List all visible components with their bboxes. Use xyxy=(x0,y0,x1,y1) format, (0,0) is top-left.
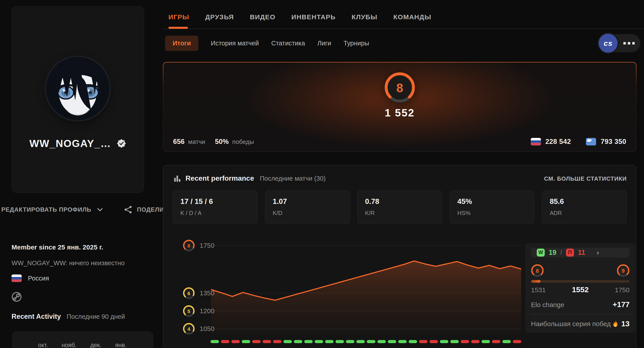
win-tick xyxy=(304,340,313,343)
svg-text:5: 5 xyxy=(188,308,190,314)
performance-header: Recent performance Последние матчи (30) … xyxy=(163,165,636,182)
russia-flag-icon xyxy=(12,275,22,282)
win-tick xyxy=(367,340,375,343)
calendar-month-labels: окт.нояб.дек.янв. xyxy=(38,342,126,348)
main-nav: ИГРЫДРУЗЬЯВИДЕОИНВЕНТАРЬКЛУБЫКОМАНДЫ xyxy=(163,0,644,29)
current-elo: 1552 xyxy=(546,285,615,294)
elo-progress-bar xyxy=(531,280,630,283)
nav-tab[interactable]: КЛУБЫ xyxy=(352,13,378,22)
wins-badge: W xyxy=(537,249,545,257)
chevron-right-icon[interactable]: › xyxy=(597,249,599,256)
level-5-icon: 5 xyxy=(183,305,195,317)
month-label: янв. xyxy=(115,342,126,348)
cs2-game-icon[interactable]: cs xyxy=(598,34,618,53)
sub-nav-tab[interactable]: Лиги xyxy=(317,40,331,47)
sub-nav-tabs: ИтогиИстория матчейСтатистикаЛигиТурниры xyxy=(165,36,369,51)
username: WW_NOGAY_… xyxy=(30,137,111,149)
win-tick xyxy=(482,340,490,343)
sub-nav-tab[interactable]: Турниры xyxy=(344,40,369,47)
svg-text:6: 6 xyxy=(188,291,190,296)
loss-tick xyxy=(461,340,469,343)
chart-y-tick: 81750 xyxy=(183,240,214,252)
wins-count: 19 xyxy=(549,249,556,257)
elo-line-chart xyxy=(211,240,521,335)
stat-cards-row: 17 / 15 / 6K / D / A1.07K/D0.78K/R45%HS%… xyxy=(173,190,627,224)
win-tick xyxy=(356,340,365,343)
month-label: нояб. xyxy=(62,342,77,348)
game-selector-pill: cs xyxy=(598,34,640,52)
loss-tick xyxy=(231,340,240,343)
recent-performance-card: Recent performance Последние матчи (30) … xyxy=(163,165,636,348)
games-sub-nav: ИтогиИстория матчейСтатистикаЛигиТурниры… xyxy=(163,33,640,53)
loss-tick xyxy=(430,340,438,343)
svg-text:8: 8 xyxy=(188,243,190,248)
win-tick xyxy=(502,340,511,343)
stat-card: 0.78K/R xyxy=(357,190,442,224)
sub-nav-right: cs xyxy=(598,34,640,52)
chevron-down-icon[interactable] xyxy=(97,208,103,211)
avatar[interactable] xyxy=(46,57,110,120)
elo-change-value: +177 xyxy=(612,300,630,309)
win-tick xyxy=(336,340,344,343)
more-options-button[interactable] xyxy=(624,42,635,44)
chart-y-tick: 41050 xyxy=(183,323,214,335)
avatar-image xyxy=(46,57,110,120)
win-tick xyxy=(346,340,354,343)
month-label: окт. xyxy=(38,342,48,348)
win-tick xyxy=(450,340,459,343)
rankings: 228 542 793 350 xyxy=(531,138,626,146)
activity-calendar-card: окт.нояб.дек.янв. xyxy=(12,331,153,348)
stat-card: 45%HS% xyxy=(450,190,534,224)
nav-tab[interactable]: ИНВЕНТАРЬ xyxy=(292,13,336,22)
win-tick xyxy=(210,340,219,343)
russia-flag-icon xyxy=(531,138,541,145)
losses-badge: П xyxy=(566,249,574,257)
edit-profile-button[interactable]: РЕДАКТИРОВАТЬ ПРОФИЛЬ xyxy=(1,206,91,213)
nav-tab[interactable]: ВИДЕО xyxy=(250,13,275,22)
win-streak-value: 13 xyxy=(621,320,630,328)
win-loss-summary-button[interactable]: W 19 / П 11 › xyxy=(531,248,630,258)
svg-text:4: 4 xyxy=(188,326,190,332)
performance-subtitle: Последние матчи (30) xyxy=(260,175,326,182)
win-tick xyxy=(388,340,396,343)
nav-tab[interactable]: ДРУЗЬЯ xyxy=(205,13,234,22)
profile-actions-row: РЕДАКТИРОВАТЬ ПРОФИЛЬ ПОДЕЛИТЬСЯ xyxy=(1,203,165,217)
win-streak-row: Наибольшая серия побед 13 xyxy=(531,320,630,328)
loss-tick xyxy=(419,340,428,343)
sub-nav-tab[interactable]: Итоги xyxy=(165,36,198,51)
elo-summary-card: 8 1 552 656матчи 50%победы 228 542 793 3… xyxy=(163,62,636,152)
chart-y-tick: 51200 xyxy=(183,305,214,317)
win-loss-ticker xyxy=(210,340,521,343)
fire-icon xyxy=(612,320,618,328)
europe-region-icon xyxy=(586,138,596,145)
loss-tick xyxy=(492,340,500,343)
svg-text:9: 9 xyxy=(622,268,624,274)
nav-tab[interactable]: ИГРЫ xyxy=(168,13,189,22)
win-tick xyxy=(325,340,334,343)
stat-card: 85.6ADR xyxy=(542,190,627,224)
see-more-stats-link[interactable]: СМ. БОЛЬШЕ СТАТИСТИКИ xyxy=(544,175,627,182)
verified-badge-icon xyxy=(117,139,126,148)
elo-range-row: 1531 1552 1750 xyxy=(531,285,630,294)
winrate-stat: 50%победы xyxy=(215,138,254,146)
win-tick xyxy=(242,340,250,343)
chart-y-tick: 61350 xyxy=(183,287,214,299)
win-tick xyxy=(284,340,292,343)
level-badge: 8 xyxy=(384,72,415,103)
win-tick xyxy=(398,340,407,343)
stat-card: 1.07K/D xyxy=(265,190,350,224)
elo-progress-panel: W 19 / П 11 › 8 9 1531 1552 1750 Elo cha… xyxy=(525,243,635,333)
recent-activity-title: Recent Activity xyxy=(12,313,61,321)
nav-tab[interactable]: КОМАНДЫ xyxy=(393,13,431,22)
profile-card: WW_NOGAY_… xyxy=(12,6,144,193)
sub-nav-tab[interactable]: История матчей xyxy=(211,40,259,47)
win-tick xyxy=(315,340,323,343)
share-button[interactable]: ПОДЕЛИТЬСЯ xyxy=(124,206,165,214)
svg-text:8: 8 xyxy=(396,81,403,95)
country-name: Россия xyxy=(28,275,49,282)
svg-text:8: 8 xyxy=(536,268,539,274)
elo-value: 1 552 xyxy=(163,107,636,119)
global-rank: 793 350 xyxy=(600,138,626,146)
sub-nav-tab[interactable]: Статистика xyxy=(271,40,305,47)
elo-change-row: Elo change +177 xyxy=(531,300,630,309)
